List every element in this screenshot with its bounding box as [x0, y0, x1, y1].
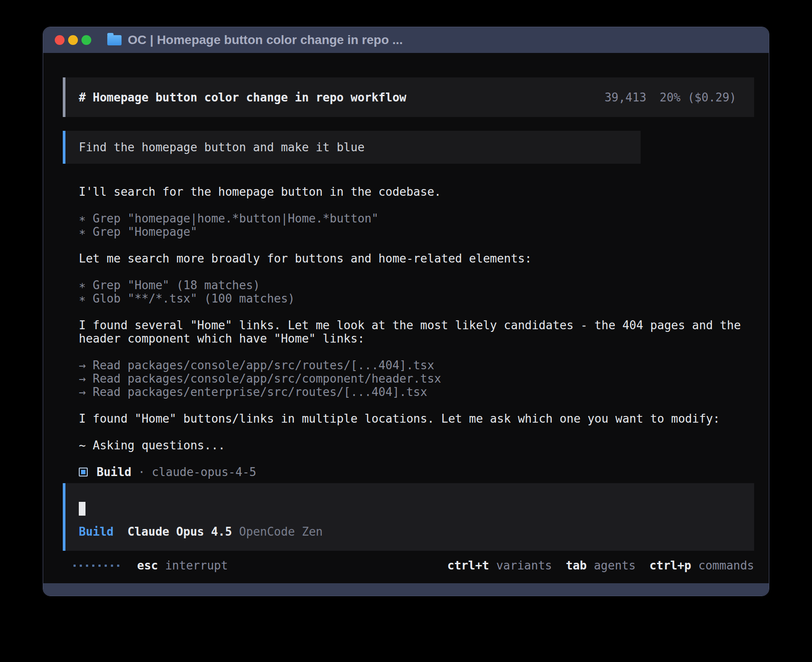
close-button[interactable] — [55, 35, 65, 45]
grep-tool-line: ∗ Grep "homepage|home.*button|Home.*butt… — [79, 212, 754, 225]
assistant-text-line: I found "Home" buttons/links in multiple… — [79, 412, 754, 425]
agents-hint: tab agents — [566, 559, 636, 572]
session-stats: 39,413 20% ($0.29) — [605, 91, 736, 104]
model-line: Build Claude Opus 4.5 OpenCode Zen — [79, 525, 741, 538]
hint-label: variants — [496, 559, 552, 572]
context-usage: 20% ($0.29) — [660, 91, 736, 104]
minimize-button[interactable] — [68, 35, 78, 45]
assistant-text-line: I'll search for the homepage button in t… — [79, 185, 754, 198]
hint-label: agents — [594, 559, 636, 572]
zoom-button[interactable] — [81, 35, 91, 45]
agent-icon — [79, 468, 88, 476]
status-left: esc interrupt — [73, 559, 228, 572]
traffic-lights — [55, 35, 91, 45]
input-cursor[interactable] — [79, 502, 85, 516]
read-tool-line: → Read packages/console/app/src/routes/[… — [79, 359, 754, 372]
badge-separator: · — [138, 465, 145, 479]
titlebar: OC | Homepage button color change in rep… — [43, 27, 769, 53]
hint-key: ctrl+p — [650, 559, 691, 572]
session-header: # Homepage button color change in repo w… — [63, 77, 754, 117]
hint-label: commands — [698, 559, 754, 572]
terminal-content: # Homepage button color change in repo w… — [43, 53, 769, 583]
window-title: OC | Homepage button color change in rep… — [128, 33, 403, 47]
keyboard-hints: ctrl+t variants tab agents ctrl+p comman… — [447, 559, 754, 572]
folder-icon — [107, 35, 122, 45]
assistant-text-line: I found several "Home" links. Let me loo… — [79, 319, 754, 345]
hint-key: tab — [566, 559, 587, 572]
variants-hint: ctrl+t variants — [447, 559, 552, 572]
read-tool-line: → Read packages/enterprise/src/routes/[.… — [79, 385, 754, 399]
esc-key: esc — [137, 559, 158, 572]
esc-hint: esc interrupt — [137, 559, 228, 572]
prompt-input[interactable]: Build Claude Opus 4.5 OpenCode Zen — [63, 483, 754, 551]
provider-label: OpenCode Zen — [239, 525, 323, 538]
session-title: # Homepage button color change in repo w… — [79, 91, 406, 104]
user-message-text: Find the homepage button and make it blu… — [79, 141, 365, 154]
agent-badge: Build · claude-opus-4-5 — [79, 465, 754, 479]
hint-key: ctrl+t — [447, 559, 489, 572]
conversation: I'll search for the homepage button in t… — [79, 185, 754, 479]
token-count: 39,413 — [605, 91, 646, 104]
read-tool-line: → Read packages/console/app/src/componen… — [79, 372, 754, 385]
esc-label: interrupt — [165, 559, 228, 572]
terminal-window: OC | Homepage button color change in rep… — [43, 27, 769, 596]
grep-tool-line: ∗ Grep "Homepage" — [79, 225, 754, 238]
asking-status-line: ~ Asking questions... — [79, 439, 754, 452]
grep-tool-line: ∗ Grep "Home" (18 matches) — [79, 279, 754, 292]
assistant-text-line: Let me search more broadly for buttons a… — [79, 252, 754, 265]
commands-hint: ctrl+p commands — [650, 559, 754, 572]
user-message: Find the homepage button and make it blu… — [63, 131, 641, 164]
window-bottom-strip — [43, 583, 769, 596]
mode-label: Build — [79, 525, 114, 538]
status-bar: esc interrupt ctrl+t variants tab agents… — [63, 559, 754, 572]
agent-model-id: claude-opus-4-5 — [152, 465, 256, 479]
model-label: Claude Opus 4.5 — [127, 525, 232, 538]
spinner-dots — [73, 565, 119, 567]
glob-tool-line: ∗ Glob "**/*.tsx" (100 matches) — [79, 292, 754, 305]
agent-name: Build — [97, 465, 131, 479]
